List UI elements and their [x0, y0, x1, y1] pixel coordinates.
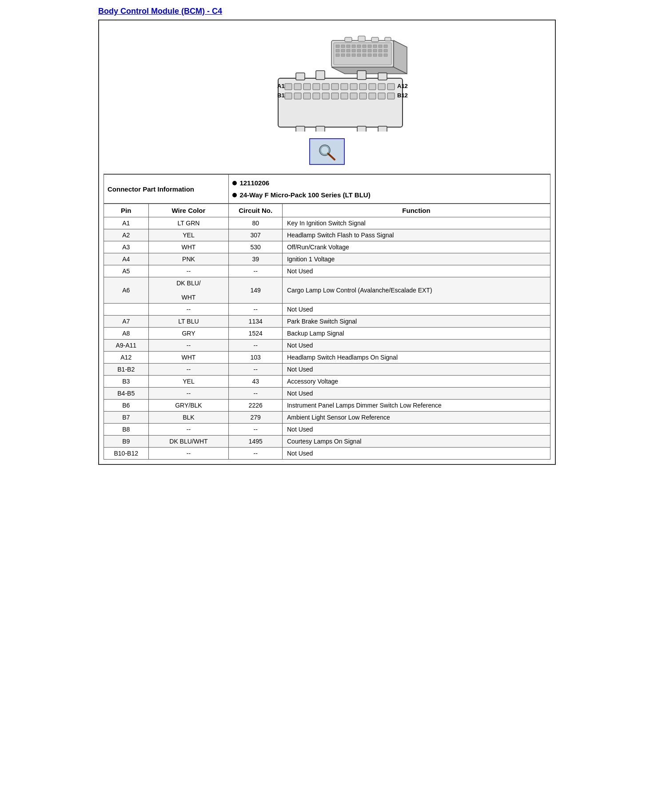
svg-rect-52: [331, 84, 339, 90]
wire-color-cell: WHT: [148, 241, 229, 253]
diagram-area: A1 A12 B1 B12: [104, 25, 550, 174]
header-wire-color: Wire Color: [148, 204, 229, 217]
circuit-no-cell: 2226: [229, 400, 283, 412]
svg-rect-69: [378, 93, 385, 99]
function-cell: Courtesy Lamps On Signal: [282, 436, 550, 448]
svg-rect-22: [336, 54, 339, 56]
table-row: B9DK BLU/WHT1495Courtesy Lamps On Signal: [104, 436, 550, 448]
circuit-no-cell: 103: [229, 352, 283, 364]
table-row: A5----Not Used: [104, 265, 550, 277]
svg-rect-65: [341, 93, 348, 99]
wire-color-cell: --: [148, 448, 229, 460]
svg-rect-26: [357, 54, 361, 56]
function-cell: Not Used: [282, 424, 550, 436]
svg-rect-11: [384, 45, 387, 48]
pin-cell: A9-A11: [104, 340, 149, 352]
pin-cell: B8: [104, 424, 149, 436]
svg-rect-56: [369, 84, 376, 90]
circuit-no-cell: --: [229, 364, 283, 376]
svg-line-78: [328, 153, 330, 156]
wire-color-cell: LT BLU: [148, 316, 229, 328]
svg-rect-61: [303, 93, 311, 99]
table-row: A6DK BLU/WHT149Cargo Lamp Low Control (A…: [104, 277, 550, 304]
wire-color-cell: YEL: [148, 229, 229, 241]
svg-rect-50: [313, 84, 320, 90]
table-row: A2YEL307Headlamp Switch Flash to Pass Si…: [104, 229, 550, 241]
pin-cell: [104, 304, 149, 316]
svg-rect-31: [384, 54, 387, 56]
svg-rect-24: [347, 54, 350, 56]
table-header-row: Pin Wire Color Circuit No. Function: [104, 204, 550, 217]
table-row: A12WHT103Headlamp Switch Headlamps On Si…: [104, 352, 550, 364]
pin-cell: A6: [104, 277, 149, 304]
svg-rect-36: [371, 37, 379, 42]
pin-cell: A1: [104, 217, 149, 229]
circuit-no-cell: --: [229, 388, 283, 400]
svg-rect-67: [359, 93, 367, 99]
page-title: Body Control Module (BCM) - C4: [98, 7, 556, 16]
connector-info-label: Connector Part Information: [104, 175, 229, 204]
pin-cell: B10-B12: [104, 448, 149, 460]
wire-color-cell: --: [148, 364, 229, 376]
svg-rect-42: [378, 73, 387, 80]
header-pin: Pin: [104, 204, 149, 217]
wire-color-cell: YEL: [148, 376, 229, 388]
function-cell: Not Used: [282, 265, 550, 277]
svg-rect-60: [294, 93, 301, 99]
header-circuit-no: Circuit No.: [229, 204, 283, 217]
pin-cell: A4: [104, 253, 149, 265]
svg-rect-6: [357, 45, 361, 48]
table-row: A1LT GRN80Key In Ignition Switch Signal: [104, 217, 550, 229]
svg-rect-57: [378, 84, 385, 90]
magnify-button[interactable]: [309, 138, 345, 165]
svg-rect-27: [363, 54, 366, 56]
wire-color-cell: DK BLU/WHT: [148, 277, 229, 304]
pin-cell: B3: [104, 376, 149, 388]
svg-rect-12: [336, 49, 339, 52]
wire-color-cell: --: [148, 304, 229, 316]
svg-rect-25: [352, 54, 355, 56]
connector-info-row: Connector Part Information 12110206 24-W…: [104, 175, 550, 204]
pin-cell: B7: [104, 412, 149, 424]
svg-rect-17: [363, 49, 366, 52]
wire-color-cell: GRY: [148, 328, 229, 340]
pin-cell: A8: [104, 328, 149, 340]
function-cell: Headlamp Switch Headlamps On Signal: [282, 352, 550, 364]
svg-rect-28: [368, 54, 371, 56]
part-description: 24-Way F Micro-Pack 100 Series (LT BLU): [239, 189, 370, 201]
circuit-no-cell: 530: [229, 241, 283, 253]
svg-text:A12: A12: [397, 83, 408, 89]
svg-rect-7: [363, 45, 366, 48]
svg-rect-10: [379, 45, 382, 48]
connector-info-table: Connector Part Information 12110206 24-W…: [104, 174, 550, 204]
circuit-no-cell: 1495: [229, 436, 283, 448]
function-cell: Park Brake Switch Signal: [282, 316, 550, 328]
function-cell: Off/Run/Crank Voltage: [282, 241, 550, 253]
svg-text:B1: B1: [277, 92, 285, 99]
svg-rect-47: [285, 84, 292, 90]
svg-rect-21: [384, 49, 387, 52]
circuit-no-cell: 279: [229, 412, 283, 424]
svg-rect-59: [285, 93, 292, 99]
svg-rect-70: [387, 93, 395, 99]
svg-rect-8: [368, 45, 371, 48]
svg-rect-55: [359, 84, 367, 90]
page-container: Body Control Module (BCM) - C4: [96, 4, 558, 467]
svg-rect-14: [347, 49, 350, 52]
pin-cell: B1-B2: [104, 364, 149, 376]
header-function: Function: [282, 204, 550, 217]
circuit-no-cell: 1524: [229, 328, 283, 340]
bullet-icon: [232, 181, 237, 185]
pin-cell: A12: [104, 352, 149, 364]
circuit-no-cell: --: [229, 448, 283, 460]
svg-text:B12: B12: [397, 92, 408, 99]
svg-rect-54: [350, 84, 357, 90]
magnify-icon: [316, 143, 338, 160]
function-cell: Accessory Voltage: [282, 376, 550, 388]
table-row: B1-B2----Not Used: [104, 364, 550, 376]
main-content: A1 A12 B1 B12: [98, 20, 556, 465]
magnify-button-area: [309, 138, 345, 165]
function-cell: Instrument Panel Lamps Dimmer Switch Low…: [282, 400, 550, 412]
function-cell: Not Used: [282, 340, 550, 352]
svg-rect-16: [357, 49, 361, 52]
